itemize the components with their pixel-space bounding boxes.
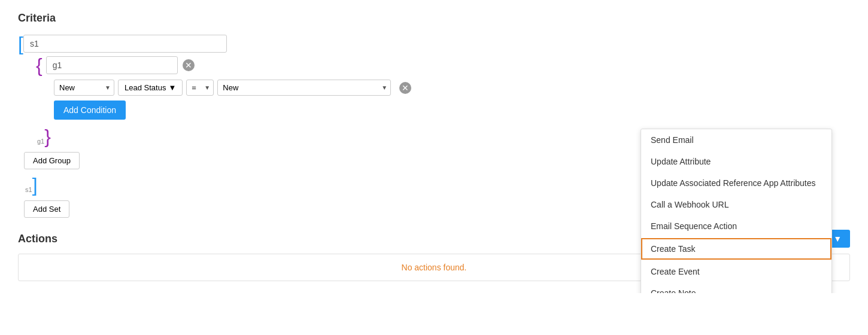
criteria-title: Criteria bbox=[18, 12, 850, 25]
menu-item-webhook[interactable]: Call a Webhook URL bbox=[641, 194, 831, 215]
menu-item-create-note[interactable]: Create Note bbox=[641, 282, 831, 293]
operator-select-wrapper: = != > < ▼ bbox=[186, 80, 214, 96]
lead-status-button[interactable]: Lead Status ▼ bbox=[118, 80, 183, 96]
menu-item-update-attribute[interactable]: Update Attribute bbox=[641, 151, 831, 172]
status-select-wrapper: New Open In Progress Closed ▼ bbox=[54, 80, 114, 96]
add-set-button[interactable]: Add Set bbox=[24, 200, 69, 218]
condition-row: New Open In Progress Closed ▼ Lead Statu… bbox=[54, 80, 850, 96]
actions-dropdown-menu: Send Email Update Attribute Update Assoc… bbox=[641, 129, 832, 293]
set-open-row: [ bbox=[18, 34, 850, 53]
remove-condition-button[interactable]: ✕ bbox=[399, 82, 411, 94]
add-group-button[interactable]: Add Group bbox=[24, 152, 80, 169]
menu-item-create-task[interactable]: Create Task bbox=[641, 238, 831, 260]
group-close-bracket: } bbox=[44, 127, 51, 146]
lead-status-arrow: ▼ bbox=[168, 83, 176, 92]
menu-item-create-event[interactable]: Create Event bbox=[641, 261, 831, 282]
set-close-label: s1 bbox=[25, 186, 32, 193]
add-condition-button[interactable]: Add Condition bbox=[54, 100, 126, 120]
group-close-label: g1 bbox=[37, 138, 44, 145]
group-input[interactable] bbox=[46, 56, 178, 74]
value-select-wrapper: New Open Qualified Lost ▼ bbox=[217, 80, 391, 96]
value-select[interactable]: New Open Qualified Lost bbox=[217, 80, 391, 96]
set-close-bracket: ] bbox=[32, 175, 38, 194]
menu-item-email-sequence[interactable]: Email Sequence Action bbox=[641, 215, 831, 237]
no-actions-text: No actions found. bbox=[402, 263, 467, 272]
set-open-bracket: [ bbox=[18, 34, 23, 53]
operator-select[interactable]: = != > < bbox=[186, 80, 214, 96]
set-input[interactable] bbox=[23, 35, 227, 53]
actions-title: Actions bbox=[18, 233, 57, 245]
add-arrow-icon: ▼ bbox=[833, 234, 842, 243]
menu-item-update-associated[interactable]: Update Associated Reference App Attribut… bbox=[641, 172, 831, 194]
status-select[interactable]: New Open In Progress Closed bbox=[54, 80, 114, 96]
group-open-bracket: { bbox=[36, 56, 43, 75]
menu-item-send-email[interactable]: Send Email bbox=[641, 129, 831, 151]
lead-status-label: Lead Status bbox=[125, 83, 166, 92]
remove-group-button[interactable]: ✕ bbox=[183, 59, 195, 71]
